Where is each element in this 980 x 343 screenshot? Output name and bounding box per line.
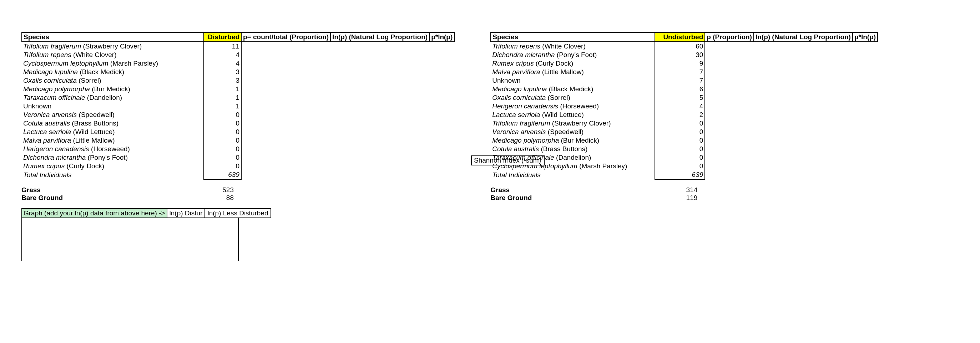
count-cell: 0 [655,153,705,162]
table-row: Oxalis corniculata (Sorrel)5 [491,94,878,102]
species-cell: Trifolium repens (White Clover) [491,42,655,51]
extra-value: 314 [651,186,697,194]
count-cell: 11 [204,42,241,51]
species-cell: Lactuca serriola (Wild Lettuce) [491,111,655,119]
table-row: Medicago lupulina (Black Medick)6 [491,85,878,94]
table-row: Cotula australis (Brass Buttons)0 [491,145,878,153]
extra-label: Grass [21,186,200,194]
empty-cell [705,85,754,94]
empty-cell [331,68,430,76]
empty-cell [241,136,331,145]
column-header: p= count/total (Proportion) [241,32,331,42]
empty-cell [430,94,454,102]
table-row: Unknown1 [22,102,454,111]
count-cell: 0 [204,128,241,136]
count-cell: 0 [204,119,241,128]
count-cell: 1 [204,94,241,102]
empty-cell [430,59,454,68]
empty-cell [853,102,878,111]
empty-cell [430,85,454,94]
empty-cell [705,145,754,153]
empty-cell [241,128,331,136]
count-cell: 1 [204,85,241,94]
count-cell: 1 [204,102,241,111]
table-row: Rumex cripus (Curly Dock)9 [491,59,878,68]
extra-label: Bare Ground [21,194,200,202]
count-cell: 0 [655,145,705,153]
empty-cell [331,136,430,145]
empty-cell [853,94,878,102]
table-row: Lactuca serriola (Wild Lettuce)2 [491,111,878,119]
empty-cell [331,102,430,111]
empty-cell [331,111,430,119]
right-extras: Grass314Bare Ground119 [490,186,878,202]
empty-cell [331,42,430,51]
table-row: Trifolium repens (White Clover)60 [491,42,878,51]
empty-cell [705,76,754,85]
empty-cell [853,51,878,59]
table-row: Herigeron canadensis (Horseweed)0 [22,145,454,153]
empty-cell [754,85,853,94]
empty-cell [331,145,430,153]
empty-cell [430,162,454,170]
empty-cell [241,119,331,128]
empty-cell [430,128,454,136]
empty-cell [705,153,754,162]
extra-label: Bare Ground [490,194,651,202]
extra-value: 119 [651,194,697,202]
count-cell: 9 [655,59,705,68]
species-cell: Malva parviflora (Little Mallow) [491,68,655,76]
empty-cell [241,59,331,68]
empty-cell [705,128,754,136]
count-cell: 60 [655,42,705,51]
count-cell: 4 [655,102,705,111]
species-cell: Malva parviflora (Little Mallow) [22,136,204,145]
empty-cell [754,145,853,153]
column-header: Species [491,32,655,42]
empty-cell [331,85,430,94]
empty-cell [430,111,454,119]
graph-col-2: ln(p) Less Disturbed [205,208,271,218]
empty-cell [754,102,853,111]
empty-cell [331,153,430,162]
empty-cell [853,85,878,94]
column-header: ln(p) (Natural Log Proportion) [331,32,430,42]
right-table: SpeciesUndisturbedp (Proportion)ln(p) (N… [490,32,878,180]
count-cell: 0 [655,162,705,170]
count-cell: 30 [655,51,705,59]
empty-cell [430,145,454,153]
count-cell: 0 [204,111,241,119]
empty-cell [705,68,754,76]
count-cell: 0 [204,162,241,170]
total-label: Total Individuals [491,170,655,179]
right-block: SpeciesUndisturbedp (Proportion)ln(p) (N… [490,32,878,261]
empty-cell [331,94,430,102]
species-cell: Oxalis corniculata (Sorrel) [22,76,204,85]
species-cell: Medicago lupulina (Black Medick) [22,68,204,76]
extra-row: Grass314 [490,186,878,194]
empty-cell [853,153,878,162]
table-row: Taraxacum officinale (Dandelion)1 [22,94,454,102]
table-row: Medicago polymorpha (Bur Medick)1 [22,85,454,94]
empty-cell [430,42,454,51]
count-cell: 2 [655,111,705,119]
empty-cell [430,119,454,128]
species-cell: Taraxacum officinale (Dandelion) [491,153,655,162]
table-row: Veronica arvensis (Speedwell)0 [491,128,878,136]
species-cell: Rumex cripus (Curly Dock) [491,59,655,68]
total-row: Total Individuals639 [22,170,454,179]
empty-cell [241,76,331,85]
graph-col-1: ln(p) Distur [167,208,205,218]
empty-cell [430,153,454,162]
empty-cell [754,42,853,51]
empty-cell [754,128,853,136]
empty-cell [331,76,430,85]
empty-cell [241,153,331,162]
table-row: Oxalis corniculata (Sorrel)3 [22,76,454,85]
empty-cell [705,102,754,111]
left-table: SpeciesDisturbedp= count/total (Proporti… [21,32,455,180]
empty-cell [241,68,331,76]
empty-cell [705,136,754,145]
empty-cell [241,162,331,170]
table-row: Cyclospermum leptophyllum (Marsh Parsley… [22,59,454,68]
